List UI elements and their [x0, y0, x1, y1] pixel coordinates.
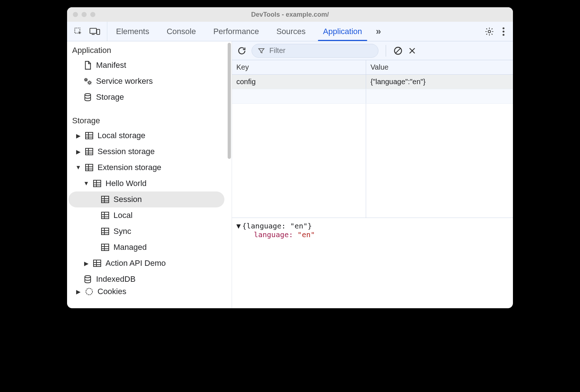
refresh-icon[interactable] — [237, 46, 246, 55]
sidebar-item-session-storage[interactable]: ▶ Session storage — [67, 144, 232, 160]
tab-label: Performance — [213, 27, 259, 36]
sidebar-item-service-workers[interactable]: Service workers — [67, 73, 232, 89]
file-icon — [83, 61, 92, 70]
sidebar-section-application: Application — [67, 41, 232, 57]
tabbar-left-tools — [67, 22, 107, 41]
collapse-arrow-icon[interactable]: ▼ — [84, 180, 89, 187]
sidebar-item-label: Local — [113, 211, 133, 220]
close-window-dot[interactable] — [73, 12, 78, 17]
table-row-empty[interactable] — [232, 89, 513, 104]
svg-point-47 — [85, 276, 91, 278]
svg-point-5 — [502, 27, 504, 29]
storage-toolbar — [232, 41, 513, 60]
tab-elements[interactable]: Elements — [107, 22, 158, 41]
more-tabs-button[interactable]: » — [371, 22, 386, 41]
sidebar-item-managed[interactable]: Managed — [67, 239, 232, 255]
expand-arrow-icon[interactable]: ▶ — [76, 148, 81, 155]
sidebar-item-sync[interactable]: Sync — [67, 223, 232, 239]
svg-rect-23 — [94, 180, 101, 187]
svg-point-4 — [488, 30, 491, 33]
sidebar-item-cookies[interactable]: ▶ Cookies — [67, 287, 232, 296]
collapse-arrow-icon[interactable]: ▼ — [76, 164, 81, 171]
preview-summary-line[interactable]: ▼{language: "en"} — [236, 222, 509, 230]
sidebar-item-manifest[interactable]: Manifest — [67, 57, 232, 73]
sidebar-item-local-storage[interactable]: ▶ Local storage — [67, 128, 232, 144]
preview-property-line[interactable]: language: "en" — [236, 230, 509, 239]
database-icon — [83, 92, 92, 102]
svg-rect-39 — [102, 244, 109, 251]
expand-arrow-icon[interactable]: ▶ — [84, 260, 89, 267]
table-icon — [100, 227, 110, 236]
sidebar-item-hello-world[interactable]: ▼ Hello World — [67, 176, 232, 191]
clear-all-icon[interactable] — [393, 46, 403, 55]
table-icon — [92, 259, 102, 268]
svg-rect-19 — [86, 164, 93, 171]
filter-icon — [258, 47, 265, 54]
svg-point-7 — [502, 34, 504, 36]
settings-gear-icon[interactable] — [485, 27, 494, 36]
table-icon — [100, 211, 110, 220]
sidebar-item-label: Extension storage — [98, 163, 161, 172]
tab-performance[interactable]: Performance — [204, 22, 268, 41]
column-header-value[interactable]: Value — [366, 60, 513, 74]
svg-line-50 — [396, 48, 401, 53]
sidebar-item-indexeddb[interactable]: IndexedDB — [67, 271, 232, 287]
delete-selected-icon[interactable] — [408, 46, 417, 55]
application-sidebar: Application Manifest Service workers — [67, 41, 232, 308]
svg-rect-35 — [102, 228, 109, 235]
svg-rect-11 — [86, 132, 93, 139]
panel-body: Application Manifest Service workers — [67, 41, 513, 308]
table-icon — [84, 131, 94, 140]
table-icon — [100, 195, 110, 204]
table-icon — [84, 163, 94, 172]
sidebar-item-label: Local storage — [98, 131, 145, 140]
tab-label: Application — [323, 27, 362, 36]
storage-table-head: Key Value — [232, 60, 513, 75]
expand-arrow-icon[interactable]: ▶ — [76, 132, 81, 139]
sidebar-item-session[interactable]: Session — [69, 191, 224, 207]
svg-rect-43 — [94, 260, 101, 267]
inspect-element-icon[interactable] — [74, 27, 83, 36]
window-title: DevTools - example.com/ — [251, 11, 329, 18]
minimize-window-dot[interactable] — [82, 12, 87, 17]
window-controls — [67, 12, 95, 17]
sidebar-item-storage[interactable]: Storage — [67, 89, 232, 105]
sidebar-item-label: Service workers — [96, 77, 153, 86]
svg-rect-31 — [102, 212, 109, 219]
svg-point-48 — [86, 288, 92, 295]
table-icon — [100, 243, 110, 252]
filter-field[interactable] — [252, 44, 378, 58]
toolbar-separator — [386, 45, 386, 57]
sidebar-item-label: Cookies — [98, 287, 126, 296]
svg-point-10 — [85, 94, 91, 96]
tab-application[interactable]: Application — [314, 22, 371, 41]
device-toolbar-icon[interactable] — [90, 27, 100, 36]
sidebar-item-extension-storage[interactable]: ▼ Extension storage — [67, 160, 232, 176]
cell-value[interactable]: {"language":"en"} — [366, 75, 513, 89]
kebab-menu-icon[interactable] — [502, 27, 505, 36]
sidebar-item-local[interactable]: Local — [67, 207, 232, 223]
tab-sources[interactable]: Sources — [268, 22, 314, 41]
column-header-key[interactable]: Key — [232, 60, 366, 74]
expand-arrow-icon[interactable]: ▶ — [76, 288, 81, 295]
filter-input[interactable] — [269, 46, 372, 55]
sidebar-scrollbar[interactable] — [228, 43, 231, 159]
zoom-window-dot[interactable] — [90, 12, 95, 17]
sidebar-item-label: Storage — [96, 92, 124, 102]
sidebar-item-label: Action API Demo — [105, 259, 166, 268]
tab-label: Console — [167, 27, 196, 36]
cell-key[interactable]: config — [232, 75, 366, 89]
sidebar-item-label: IndexedDB — [96, 275, 136, 284]
sidebar-item-action-api-demo[interactable]: ▶ Action API Demo — [67, 255, 232, 271]
svg-rect-3 — [97, 29, 100, 34]
sidebar-section-storage: Storage — [67, 112, 232, 128]
sidebar-item-label: Manifest — [96, 61, 126, 70]
tab-console[interactable]: Console — [158, 22, 205, 41]
svg-point-9 — [88, 82, 90, 83]
storage-table-fill — [232, 104, 513, 218]
svg-rect-15 — [86, 148, 93, 155]
gears-icon — [83, 77, 92, 86]
panel-tabs: Elements Console Performance Sources App… — [107, 22, 477, 41]
sidebar-item-label: Session — [113, 195, 142, 204]
table-row[interactable]: config {"language":"en"} — [232, 75, 513, 89]
